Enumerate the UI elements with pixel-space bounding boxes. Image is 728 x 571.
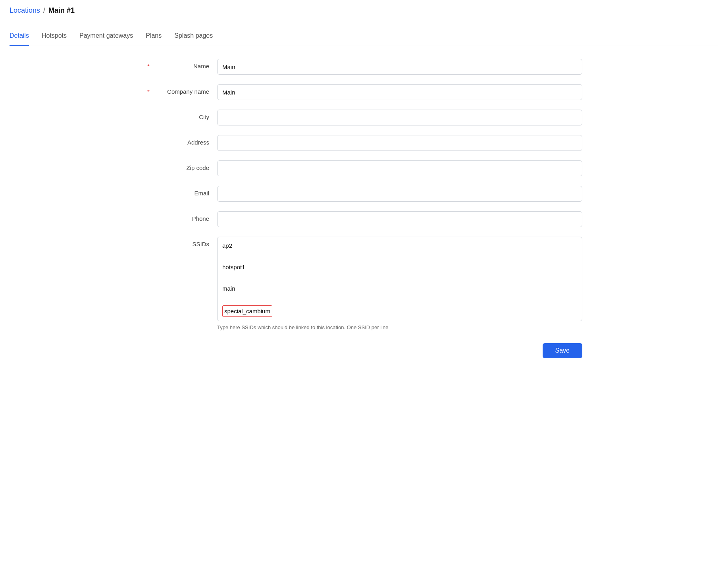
details-form: Name Company name City Address Zip code … — [146, 59, 582, 358]
tab-details[interactable]: Details — [10, 27, 29, 46]
ssids-hint: Type here SSIDs which should be linked t… — [217, 324, 582, 330]
zip-code-input[interactable] — [217, 160, 582, 176]
ssids-wrapper: ap2 hotspot1 main special_cambium Type h… — [217, 237, 582, 330]
tab-plans[interactable]: Plans — [146, 27, 162, 46]
address-input[interactable] — [217, 135, 582, 151]
address-row: Address — [146, 135, 582, 151]
phone-row: Phone — [146, 211, 582, 227]
save-button[interactable]: Save — [543, 343, 582, 358]
phone-input[interactable] — [217, 211, 582, 227]
ssid-item: main — [222, 283, 577, 294]
address-label: Address — [146, 135, 217, 146]
email-input[interactable] — [217, 186, 582, 202]
name-input[interactable] — [217, 59, 582, 75]
ssid-item-highlighted: special_cambium — [222, 305, 272, 317]
city-row: City — [146, 110, 582, 125]
breadcrumb-locations-link[interactable]: Locations — [10, 6, 40, 15]
company-name-label: Company name — [146, 84, 217, 95]
city-label: City — [146, 110, 217, 120]
ssids-row: SSIDs ap2 hotspot1 main special_cambium … — [146, 237, 582, 330]
breadcrumb: Locations / Main #1 — [10, 6, 718, 15]
tabs-bar: Details Hotspots Payment gateways Plans … — [10, 27, 718, 46]
ssids-label: SSIDs — [146, 237, 217, 247]
email-label: Email — [146, 186, 217, 197]
zip-code-label: Zip code — [146, 160, 217, 171]
ssid-item: ap2 — [222, 240, 577, 251]
company-name-row: Company name — [146, 84, 582, 100]
city-input[interactable] — [217, 110, 582, 125]
tab-hotspots[interactable]: Hotspots — [42, 27, 67, 46]
email-row: Email — [146, 186, 582, 202]
zip-code-row: Zip code — [146, 160, 582, 176]
ssid-item: hotspot1 — [222, 262, 577, 272]
phone-label: Phone — [146, 211, 217, 222]
company-name-input[interactable] — [217, 84, 582, 100]
name-label: Name — [146, 59, 217, 69]
breadcrumb-current: Main #1 — [48, 6, 75, 15]
tab-payment-gateways[interactable]: Payment gateways — [79, 27, 133, 46]
name-row: Name — [146, 59, 582, 75]
tab-splash-pages[interactable]: Splash pages — [174, 27, 213, 46]
breadcrumb-separator: / — [43, 6, 45, 15]
save-row: Save — [146, 343, 582, 358]
ssids-list[interactable]: ap2 hotspot1 main special_cambium — [217, 237, 582, 321]
